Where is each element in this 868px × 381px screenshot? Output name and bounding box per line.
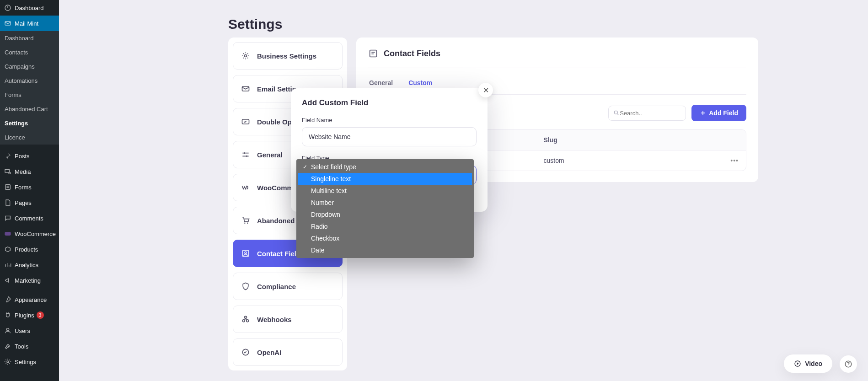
pin-icon	[4, 152, 12, 160]
megaphone-icon	[4, 276, 12, 284]
plus-icon	[700, 110, 706, 116]
user-icon	[4, 327, 12, 335]
cart-icon	[241, 215, 251, 225]
mail-icon	[4, 19, 12, 27]
page-icon	[4, 199, 12, 207]
shield-icon	[241, 281, 251, 291]
plug-icon	[4, 311, 12, 319]
svg-point-6	[6, 328, 9, 331]
col-slug: Slug	[544, 136, 712, 144]
svg-point-14	[247, 223, 248, 224]
sidebar-item-users[interactable]: Users	[0, 323, 59, 338]
option-multiline[interactable]: Multiline text	[298, 185, 472, 197]
option-number[interactable]: Number	[298, 197, 472, 209]
sidebar-item-analytics[interactable]: Analytics	[0, 257, 59, 273]
woo-icon	[241, 182, 251, 193]
modal-title: Add Custom Field	[302, 98, 477, 107]
svg-point-7	[7, 361, 9, 363]
nav-business-settings[interactable]: Business Settings	[233, 42, 343, 70]
nav-webhooks[interactable]: Webhooks	[233, 306, 343, 333]
sidebar-item-media[interactable]: Media	[0, 164, 59, 179]
gear-icon	[4, 358, 12, 366]
video-help-button[interactable]: Video	[784, 354, 832, 373]
field-name-label: Field Name	[302, 117, 477, 123]
comment-icon	[4, 214, 12, 222]
sub-dashboard[interactable]: Dashboard	[0, 31, 59, 45]
option-singleline[interactable]: Singleline text	[298, 173, 472, 185]
sub-abandoned-cart[interactable]: Abandoned Cart	[0, 102, 59, 116]
help-icon	[844, 360, 852, 368]
svg-rect-5	[5, 232, 11, 236]
help-button[interactable]	[840, 355, 857, 373]
svg-point-13	[244, 223, 246, 224]
sub-forms[interactable]: Forms	[0, 88, 59, 102]
woo-icon	[4, 230, 12, 238]
svg-point-12	[246, 156, 247, 157]
gear-icon	[241, 51, 251, 61]
option-radio[interactable]: Radio	[298, 220, 472, 232]
sliders-icon	[241, 150, 251, 160]
search-icon	[613, 110, 620, 116]
row-actions-icon[interactable]: •••	[711, 157, 739, 164]
check-icon: ✓	[303, 164, 308, 170]
close-button[interactable]: ✕	[478, 83, 493, 97]
svg-point-8	[245, 55, 247, 57]
brush-icon	[4, 295, 12, 304]
svg-point-22	[615, 111, 618, 114]
nav-openai[interactable]: OpenAI	[233, 338, 343, 366]
close-icon: ✕	[483, 86, 489, 95]
sidebar-item-appearance[interactable]: Appearance	[0, 292, 59, 307]
sidebar-item-tools[interactable]: Tools	[0, 338, 59, 354]
webhook-icon	[241, 314, 251, 324]
content-header: Contact Fields	[368, 48, 746, 68]
media-icon	[4, 167, 12, 176]
sidebar-item-mailmint[interactable]: Mail Mint	[0, 16, 59, 31]
sidebar-label: Mail Mint	[15, 20, 38, 27]
sidebar-item-posts[interactable]: Posts	[0, 148, 59, 164]
sidebar-item-settings[interactable]: Settings	[0, 354, 59, 370]
row-slug: custom	[544, 157, 712, 164]
sidebar-item-marketing[interactable]: Marketing	[0, 273, 59, 288]
nav-compliance[interactable]: Compliance	[233, 273, 343, 300]
page-title: Settings	[228, 16, 282, 32]
sidebar-item-comments[interactable]: Comments	[0, 210, 59, 226]
sub-contacts[interactable]: Contacts	[0, 45, 59, 59]
sidebar-item-products[interactable]: Products	[0, 241, 59, 257]
svg-point-3	[9, 172, 11, 174]
sidebar-item-forms2[interactable]: Forms	[0, 179, 59, 195]
option-dropdown[interactable]: Dropdown	[298, 209, 472, 220]
sub-campaigns[interactable]: Campaigns	[0, 59, 59, 74]
add-field-button[interactable]: Add Field	[691, 105, 746, 121]
wrench-icon	[4, 342, 12, 350]
field-type-dropdown: ✓ Select field type Singleline text Mult…	[296, 159, 474, 258]
sub-licence[interactable]: Licence	[0, 130, 59, 145]
content-title: Contact Fields	[384, 49, 440, 59]
option-select-type[interactable]: ✓ Select field type	[298, 161, 472, 173]
forms-icon	[4, 183, 12, 191]
sidebar-item-plugins[interactable]: Plugins 3	[0, 307, 59, 323]
chart-icon	[4, 261, 12, 269]
option-date[interactable]: Date	[298, 244, 472, 256]
contact-fields-icon	[368, 48, 378, 59]
plugin-update-badge: 3	[37, 311, 44, 319]
box-icon	[4, 245, 12, 253]
sidebar-item-woo[interactable]: WooCommerce	[0, 226, 59, 241]
sidebar-label: Dashboard	[15, 5, 44, 11]
sidebar-item-pages[interactable]: Pages	[0, 195, 59, 210]
mail-check-icon	[241, 117, 251, 127]
sub-settings[interactable]: Settings	[0, 116, 59, 130]
dashboard-icon	[4, 4, 12, 12]
mail-icon	[241, 84, 251, 94]
field-name-input[interactable]	[302, 127, 477, 146]
ai-icon	[241, 347, 251, 357]
svg-point-16	[245, 252, 246, 253]
contact-icon	[241, 248, 251, 258]
svg-rect-2	[5, 169, 9, 172]
search-wrap[interactable]	[608, 106, 686, 121]
svg-point-11	[244, 152, 245, 154]
sub-automations[interactable]: Automations	[0, 74, 59, 88]
play-icon	[794, 360, 801, 367]
option-checkbox[interactable]: Checkbox	[298, 232, 472, 244]
sidebar-item-dashboard[interactable]: Dashboard	[0, 0, 59, 16]
search-input[interactable]	[620, 110, 681, 117]
